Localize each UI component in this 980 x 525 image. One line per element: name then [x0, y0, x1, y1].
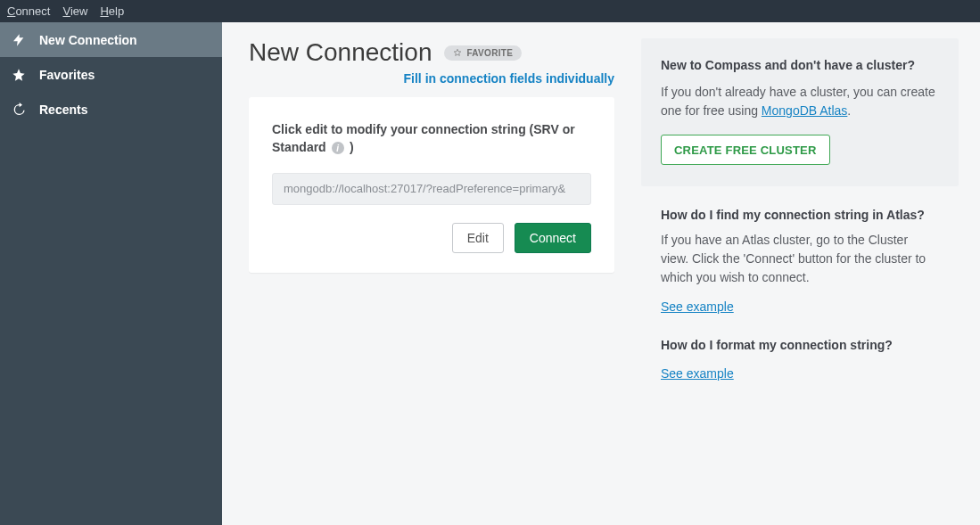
page-title: New Connection	[249, 38, 432, 67]
menu-connect[interactable]: Connect	[7, 4, 50, 18]
menu-bar: Connect View Help	[0, 0, 980, 22]
history-icon	[11, 102, 27, 118]
see-example-link[interactable]: See example	[661, 366, 734, 381]
menu-view[interactable]: View	[62, 4, 87, 18]
help-heading: How do I find my connection string in At…	[661, 208, 939, 222]
content-area: New Connection FAVORITE Fill in connecti…	[222, 22, 980, 525]
see-example-link[interactable]: See example	[661, 299, 734, 314]
star-icon	[11, 67, 27, 83]
sidebar-item-favorites[interactable]: Favorites	[0, 57, 222, 92]
edit-button[interactable]: Edit	[452, 223, 504, 253]
favorite-button[interactable]: FAVORITE	[444, 45, 522, 61]
sidebar-item-label: Favorites	[39, 68, 95, 82]
sidebar: New Connection Favorites Recents	[0, 22, 222, 525]
connection-card: Click edit to modify your connection str…	[249, 97, 614, 273]
label-close-paren: )	[350, 140, 354, 154]
sidebar-item-label: Recents	[39, 103, 87, 117]
sidebar-item-recents[interactable]: Recents	[0, 92, 222, 127]
help-text: If you don't already have a cluster, you…	[661, 83, 939, 120]
connection-string-label: Click edit to modify your connection str…	[272, 122, 575, 154]
help-heading: New to Compass and don't have a cluster?	[661, 58, 939, 72]
connection-string-input[interactable]	[272, 173, 591, 205]
menu-help[interactable]: Help	[100, 4, 124, 18]
bolt-icon	[11, 32, 27, 48]
star-outline-icon	[453, 48, 462, 57]
help-new-cluster-box: New to Compass and don't have a cluster?…	[641, 38, 959, 186]
sidebar-item-new-connection[interactable]: New Connection	[0, 22, 222, 57]
create-free-cluster-button[interactable]: CREATE FREE CLUSTER	[661, 135, 830, 165]
fill-fields-link[interactable]: Fill in connection fields individually	[404, 71, 614, 86]
help-find-string: How do I find my connection string in At…	[641, 199, 959, 324]
help-format-string: How do I format my connection string? Se…	[641, 329, 959, 390]
sidebar-item-label: New Connection	[39, 33, 137, 47]
mongodb-atlas-link[interactable]: MongoDB Atlas	[762, 103, 848, 118]
help-heading: How do I format my connection string?	[661, 338, 939, 352]
favorite-label: FAVORITE	[466, 48, 513, 58]
connect-button[interactable]: Connect	[515, 223, 591, 253]
info-icon[interactable]: i	[332, 142, 344, 154]
help-text: If you have an Atlas cluster, go to the …	[661, 231, 939, 287]
